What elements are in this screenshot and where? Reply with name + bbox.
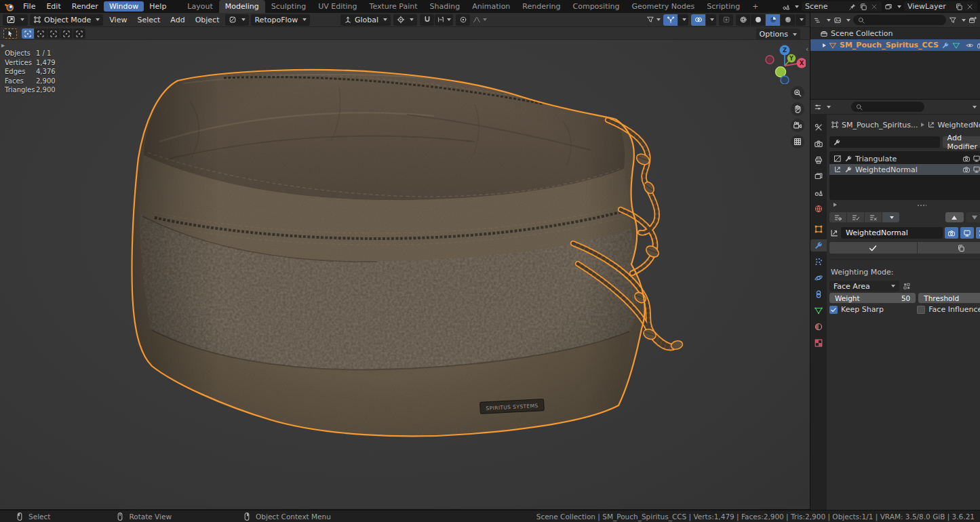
tab-animation[interactable]: Animation	[466, 0, 516, 13]
toggle-visibility-button[interactable]	[829, 212, 846, 222]
vertex-group-icon[interactable]	[903, 282, 911, 290]
modifier-search-input[interactable]	[829, 136, 940, 148]
pouch-model[interactable]: SPIRITUS SYSTEMS	[0, 40, 810, 509]
visibility-dropdown[interactable]	[646, 16, 661, 24]
render-toggle[interactable]	[945, 227, 958, 239]
apply-modifier-button[interactable]	[829, 242, 917, 254]
zoom-button[interactable]	[791, 86, 804, 100]
apply-all-button[interactable]	[847, 212, 864, 222]
tab-constraints[interactable]	[810, 288, 827, 300]
xray-toggle[interactable]	[719, 14, 733, 26]
gizmos-toggle[interactable]	[663, 14, 678, 26]
add-workspace-button[interactable]: +	[746, 0, 764, 13]
toolbar-expand-arrow[interactable]: ▸	[1, 41, 5, 49]
viewlayer-icon[interactable]	[884, 3, 893, 11]
list-extras-dropdown[interactable]	[882, 212, 899, 222]
tab-layout[interactable]: Layout	[181, 0, 218, 13]
pin-icon[interactable]	[848, 3, 857, 11]
add-modifier-button[interactable]: Add Modifier	[943, 136, 980, 148]
face-influence-checkbox[interactable]: Face Influence	[917, 305, 980, 314]
overlays-toggle[interactable]	[691, 14, 705, 26]
menu-edit[interactable]: Edit	[41, 1, 66, 12]
viewport-canvas[interactable]: SPIRITUS SYSTEMS	[0, 40, 810, 509]
tab-scene[interactable]	[810, 186, 827, 199]
select-mode-intersect[interactable]	[73, 28, 85, 39]
pan-button[interactable]	[791, 102, 804, 116]
gizmos-dropdown[interactable]	[678, 14, 688, 26]
realtime-toggle-icon[interactable]	[973, 155, 980, 163]
scene-selector[interactable]: Scene	[802, 1, 882, 12]
shading-rendered-button[interactable]	[781, 14, 795, 26]
keep-sharp-checkbox[interactable]: Keep Sharp	[829, 305, 917, 314]
tab-rendering[interactable]: Rendering	[516, 0, 566, 13]
tab-tool[interactable]	[810, 121, 827, 134]
weighting-mode-dropdown[interactable]: Face Area	[829, 281, 899, 292]
tab-data[interactable]	[810, 304, 827, 317]
modifier-icon[interactable]	[927, 121, 935, 129]
viewlayer-selector[interactable]: ViewLayer	[904, 1, 977, 12]
ortho-toggle-button[interactable]	[791, 135, 804, 148]
tab-view-layer[interactable]	[810, 170, 827, 182]
select-mode-extend[interactable]	[35, 28, 47, 39]
properties-options-chevron[interactable]	[973, 106, 977, 108]
proportional-edit-toggle[interactable]	[456, 14, 470, 26]
close-icon[interactable]	[966, 3, 974, 11]
copy-icon[interactable]	[955, 3, 963, 11]
render-visibility-icon[interactable]	[977, 41, 980, 49]
mesh-data-icon[interactable]	[952, 41, 960, 49]
tab-shading[interactable]: Shading	[424, 0, 467, 13]
shading-dropdown[interactable]	[796, 14, 806, 26]
menu-render[interactable]: Render	[66, 1, 104, 12]
proportional-falloff-dropdown[interactable]	[473, 16, 487, 24]
editor-type-button[interactable]	[3, 14, 28, 26]
shading-solid-button[interactable]	[751, 14, 765, 26]
realtime-toggle-icon[interactable]	[973, 165, 980, 174]
tab-object[interactable]	[810, 223, 827, 235]
realtime-toggle[interactable]	[960, 227, 974, 239]
active-tool-dropdown[interactable]	[225, 14, 249, 26]
select-mode-subtract[interactable]	[47, 28, 60, 39]
threshold-slider[interactable]: Threshold0.01	[918, 293, 980, 303]
panel-resize-handle[interactable]	[829, 200, 980, 209]
tab-world[interactable]	[810, 203, 827, 215]
select-mode-set[interactable]	[22, 28, 34, 39]
options-dropdown[interactable]: Options	[756, 28, 800, 40]
breadcrumb-object[interactable]: SM_Pouch_Spiritus...	[842, 121, 918, 129]
tab-modeling[interactable]: Modeling	[219, 0, 265, 13]
navigation-gizmo[interactable]: Z Y X	[764, 42, 806, 84]
tab-texture[interactable]	[810, 337, 827, 349]
modifier-wrench-icon[interactable]	[941, 41, 949, 49]
tab-scripting[interactable]: Scripting	[701, 0, 746, 13]
tab-texture-paint[interactable]: Texture Paint	[364, 0, 424, 13]
menu-window[interactable]: Window	[104, 1, 144, 12]
blender-logo-icon[interactable]	[4, 1, 15, 12]
transform-orientation-selector[interactable]: Global	[340, 14, 391, 26]
outliner-editor-icon[interactable]	[814, 16, 822, 24]
mode-selector[interactable]: Object Mode	[30, 14, 103, 26]
properties-editor-icon[interactable]	[814, 103, 822, 111]
menu-view[interactable]: View	[105, 16, 131, 24]
modifier-name-input[interactable]: WeightedNormal	[841, 227, 943, 239]
remove-all-button[interactable]	[865, 212, 882, 222]
modifier-row-weightednormal[interactable]: WeightedNormal	[829, 164, 980, 175]
weight-slider[interactable]: Weight50	[829, 293, 916, 303]
snap-toggle[interactable]	[420, 14, 434, 26]
overlays-dropdown[interactable]	[706, 14, 716, 26]
tab-sculpting[interactable]: Sculpting	[265, 0, 312, 13]
tab-particles[interactable]	[810, 256, 827, 268]
render-toggle-icon[interactable]	[962, 165, 971, 174]
select-mode-invert[interactable]	[60, 28, 73, 39]
properties-search-input[interactable]	[851, 102, 924, 112]
scene-collection-row[interactable]: Scene Collection	[810, 28, 980, 39]
tab-output[interactable]	[810, 154, 827, 166]
tab-material[interactable]	[810, 321, 827, 333]
object-row[interactable]: SM_Pouch_Spiritus_CCS	[810, 39, 980, 51]
new-collection-icon[interactable]	[968, 16, 977, 24]
tab-uv-editing[interactable]: UV Editing	[312, 0, 363, 13]
tab-modifiers[interactable]	[810, 239, 827, 252]
object-icon[interactable]	[831, 121, 839, 129]
modifier-row-triangulate[interactable]: Triangulate	[829, 153, 980, 164]
filter-icon[interactable]	[949, 16, 957, 24]
move-up-button[interactable]	[945, 212, 964, 222]
shading-material-button[interactable]	[766, 14, 780, 26]
